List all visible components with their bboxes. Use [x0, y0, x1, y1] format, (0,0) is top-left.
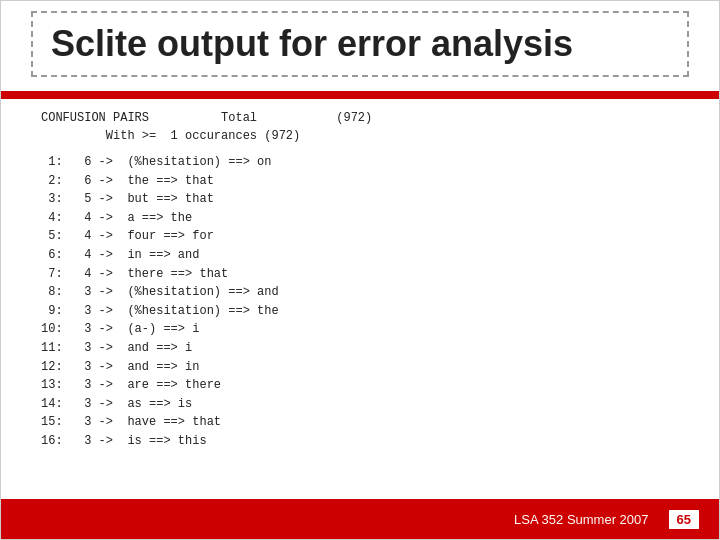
confusion-header-line1: CONFUSION PAIRS Total (972): [41, 111, 679, 125]
table-row: 16: 3 -> is ==> this: [41, 432, 679, 451]
table-row: 4: 4 -> a ==> the: [41, 209, 679, 228]
slide-container: Sclite output for error analysis CONFUSI…: [0, 0, 720, 540]
footer-label: LSA 352 Summer 2007: [514, 512, 648, 527]
table-row: 9: 3 -> (%hesitation) ==> the: [41, 302, 679, 321]
table-row: 13: 3 -> are ==> there: [41, 376, 679, 395]
title-box: Sclite output for error analysis: [31, 11, 689, 77]
table-row: 8: 3 -> (%hesitation) ==> and: [41, 283, 679, 302]
slide-title: Sclite output for error analysis: [51, 23, 573, 64]
table-row: 6: 4 -> in ==> and: [41, 246, 679, 265]
table-row: 14: 3 -> as ==> is: [41, 395, 679, 414]
red-divider-bar: [1, 91, 719, 99]
content-area: CONFUSION PAIRS Total (972) With >= 1 oc…: [41, 111, 679, 479]
title-section: Sclite output for error analysis: [31, 11, 689, 77]
table-row: 7: 4 -> there ==> that: [41, 265, 679, 284]
table-row: 15: 3 -> have ==> that: [41, 413, 679, 432]
table-row: 1: 6 -> (%hesitation) ==> on: [41, 153, 679, 172]
table-row: 11: 3 -> and ==> i: [41, 339, 679, 358]
table-row: 5: 4 -> four ==> for: [41, 227, 679, 246]
table-row: 2: 6 -> the ==> that: [41, 172, 679, 191]
table-row: 3: 5 -> but ==> that: [41, 190, 679, 209]
confusion-pairs-table: 1: 6 -> (%hesitation) ==> on 2: 6 -> the…: [41, 153, 679, 451]
table-row: 10: 3 -> (a-) ==> i: [41, 320, 679, 339]
confusion-header-line2: With >= 1 occurances (972): [41, 129, 679, 143]
footer-bar: LSA 352 Summer 2007 65: [1, 499, 719, 539]
footer-page-number: 65: [669, 510, 699, 529]
table-row: 12: 3 -> and ==> in: [41, 358, 679, 377]
